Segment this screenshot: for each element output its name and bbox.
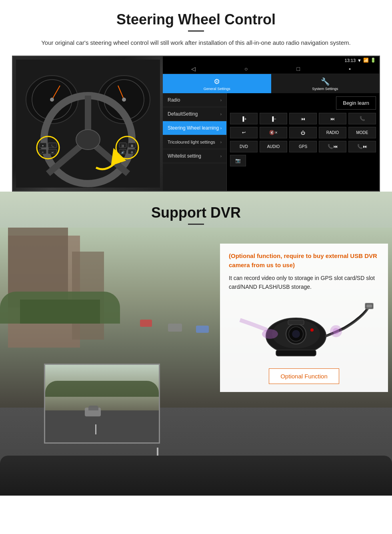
- svg-point-6: [50, 98, 54, 102]
- svg-text:☰: ☰: [131, 144, 133, 147]
- nav-recents-icon[interactable]: □: [297, 66, 300, 72]
- svg-rect-37: [276, 350, 316, 356]
- general-settings-icon: ⚙: [214, 77, 220, 86]
- svg-text:⊙: ⊙: [131, 151, 133, 154]
- menu-steering-label: Steering Wheel learning: [168, 125, 219, 131]
- menu-default-chevron: ›: [220, 112, 222, 116]
- svg-text:🔊: 🔊: [121, 150, 124, 154]
- title-divider: [188, 30, 204, 32]
- menu-tricoloured[interactable]: Tricoloured light settings ›: [163, 135, 226, 149]
- control-row-2: ↩ 🔇× ⏻ RADIO MODE: [230, 127, 376, 138]
- control-row-4: 📷: [230, 155, 376, 166]
- menu-whitelist-label: Whitelist setting: [168, 153, 201, 159]
- android-nav-bar: ◁ ○ □ ▪: [163, 64, 379, 74]
- menu-tricoloured-label: Tricoloured light settings: [168, 139, 215, 145]
- steering-section: Steering Wheel Control Your original car…: [0, 0, 392, 192]
- ctrl-next-track[interactable]: ⏭: [319, 113, 346, 124]
- nav-home-icon[interactable]: ○: [244, 66, 248, 72]
- status-wifi: ▼: [357, 58, 362, 63]
- steering-wheel-photo: + − 📞 ↩ ⟩⟩ 🔊 ☰ ⊙: [13, 56, 163, 191]
- menu-default-setting[interactable]: DefaultSetting ›: [163, 107, 226, 121]
- ctrl-dvd[interactable]: DVD: [230, 141, 258, 152]
- nav-menu-icon[interactable]: ▪: [349, 66, 351, 72]
- menu-steering-wheel-learning[interactable]: Steering Wheel learning ›: [163, 121, 226, 135]
- tab-system-settings[interactable]: 🔧 System Settings: [271, 74, 380, 93]
- menu-radio-chevron: ›: [220, 98, 222, 102]
- menu-left: Radio › DefaultSetting › Steering Wheel …: [163, 93, 227, 191]
- svg-point-39: [310, 328, 314, 332]
- ctrl-radio[interactable]: RADIO: [319, 127, 346, 138]
- ctrl-call-next[interactable]: 📞⏭: [348, 141, 376, 152]
- nav-back-icon[interactable]: ◁: [191, 66, 196, 72]
- steering-subtitle: Your original car's steering wheel contr…: [24, 38, 368, 48]
- dvr-divider: [188, 224, 204, 225]
- ctrl-vol-up[interactable]: ▐+: [230, 113, 258, 124]
- dvr-description: It can record video only to storage in G…: [229, 274, 379, 292]
- dvr-preview-inner: [45, 365, 159, 442]
- svg-rect-38: [288, 320, 304, 325]
- dvr-info-card: (Optional function, require to buy exter…: [220, 244, 388, 392]
- ctrl-audio[interactable]: AUDIO: [260, 141, 287, 152]
- dvr-section: Support DVR (Optional function, require …: [0, 192, 392, 496]
- tab-general-label: General Settings: [204, 87, 230, 91]
- tab-system-label: System Settings: [312, 87, 338, 91]
- menu-content: Radio › DefaultSetting › Steering Wheel …: [163, 93, 379, 191]
- steering-title: Steering Wheel Control: [12, 11, 380, 28]
- ctrl-gps[interactable]: GPS: [289, 141, 317, 152]
- svg-text:↩: ↩: [51, 151, 53, 154]
- menu-steering-chevron: ›: [220, 126, 222, 130]
- tab-general-settings[interactable]: ⚙ General Settings: [163, 74, 271, 93]
- menu-radio-label: Radio: [168, 97, 180, 103]
- control-grid: ▐+ ▐− ⏮ ⏭ 📞 ↩ 🔇× ⏻ RADIO MODE: [230, 113, 376, 166]
- ctrl-call[interactable]: 📞: [348, 113, 376, 124]
- svg-point-36: [292, 330, 300, 338]
- svg-text:⟩⟩: ⟩⟩: [122, 144, 124, 147]
- dvr-preview-window: [44, 364, 160, 444]
- dvr-title-block: Support DVR: [0, 192, 392, 235]
- dvr-camera-image: [229, 298, 379, 362]
- ctrl-mode[interactable]: MODE: [348, 127, 376, 138]
- menu-default-label: DefaultSetting: [168, 111, 198, 117]
- dvr-title: Support DVR: [0, 204, 392, 221]
- menu-whitelist-chevron: ›: [220, 154, 222, 158]
- ctrl-vol-down[interactable]: ▐−: [260, 113, 287, 124]
- system-settings-icon: 🔧: [321, 77, 330, 86]
- android-ui: 13:13 ▼ 📶 🔋 ◁ ○ □ ▪ ⚙ General Settings 🔧: [163, 56, 379, 191]
- android-statusbar: 13:13 ▼ 📶 🔋: [163, 56, 379, 64]
- menu-tricoloured-chevron: ›: [220, 140, 222, 144]
- svg-point-43: [333, 328, 339, 334]
- menu-right: Begin learn ▐+ ▐− ⏮ ⏭ 📞 ↩: [227, 93, 379, 191]
- svg-text:−: −: [42, 150, 44, 154]
- control-row-3: DVD AUDIO GPS 📞⏮ 📞⏭: [230, 141, 376, 152]
- begin-learn-button[interactable]: Begin learn: [336, 96, 376, 110]
- svg-text:+: +: [42, 144, 44, 148]
- ctrl-power[interactable]: ⏻: [289, 127, 317, 138]
- ctrl-hang-up[interactable]: ↩: [230, 127, 258, 138]
- begin-learn-area: Begin learn: [230, 96, 376, 110]
- status-signal: 📶: [363, 58, 369, 63]
- dvr-optional-text: (Optional function, require to buy exter…: [229, 252, 379, 270]
- menu-radio[interactable]: Radio ›: [163, 93, 226, 107]
- svg-point-8: [122, 98, 126, 102]
- dvr-camera-svg: [232, 300, 376, 360]
- svg-rect-41: [366, 304, 372, 308]
- steering-wheel-svg: + − 📞 ↩ ⟩⟩ 🔊 ☰ ⊙: [16, 60, 160, 188]
- ctrl-camera[interactable]: 📷: [230, 155, 246, 166]
- ctrl-prev-track[interactable]: ⏮: [289, 113, 317, 124]
- menu-whitelist[interactable]: Whitelist setting ›: [163, 149, 226, 163]
- optional-function-button[interactable]: Optional Function: [269, 368, 339, 384]
- status-time: 13:13: [345, 58, 356, 63]
- svg-text:📞: 📞: [51, 144, 54, 148]
- control-row-1: ▐+ ▐− ⏮ ⏭ 📞: [230, 113, 376, 124]
- ctrl-call-prev[interactable]: 📞⏮: [319, 141, 346, 152]
- status-battery: 🔋: [370, 58, 376, 63]
- screenshot-area: + − 📞 ↩ ⟩⟩ 🔊 ☰ ⊙: [12, 56, 380, 192]
- svg-point-13: [76, 130, 100, 150]
- ctrl-mute[interactable]: 🔇×: [260, 127, 287, 138]
- tab-bar: ⚙ General Settings 🔧 System Settings: [163, 74, 379, 93]
